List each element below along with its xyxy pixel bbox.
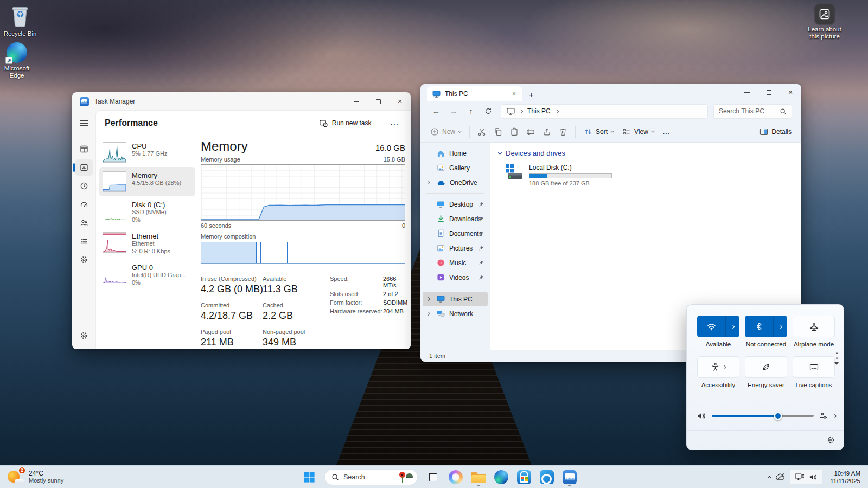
bluetooth-expand-button[interactable]	[773, 316, 787, 337]
maximize-button[interactable]	[367, 93, 389, 110]
sidebar-item-music[interactable]: ♪ Music	[423, 255, 488, 270]
network-volume-flyout-button[interactable]	[790, 470, 822, 484]
minimize-button[interactable]	[346, 93, 367, 110]
delete-button[interactable]	[555, 124, 571, 140]
live-captions-tile[interactable]	[793, 356, 835, 378]
more-options-button[interactable]: ...	[387, 117, 402, 130]
breadcrumb-chevron-icon[interactable]	[555, 109, 559, 113]
expand-chevron-icon[interactable]	[426, 297, 430, 301]
volume-thumb[interactable]	[774, 412, 782, 420]
up-button[interactable]: ↑	[463, 104, 479, 119]
refresh-button[interactable]	[480, 104, 496, 119]
taskbar-search-box[interactable]: Search	[324, 469, 418, 485]
close-button[interactable]: ×	[389, 93, 411, 110]
expand-chevron-icon[interactable]	[426, 312, 430, 316]
volume-slider[interactable]	[712, 412, 814, 420]
nav-app-history[interactable]	[75, 178, 93, 194]
hidden-icons-chevron[interactable]	[768, 476, 771, 479]
nav-services[interactable]	[75, 252, 93, 268]
minimize-button[interactable]	[736, 84, 758, 100]
new-tab-button[interactable]: +	[522, 90, 540, 101]
energy-saver-label: Energy saver	[748, 382, 784, 388]
devices-and-drives-header[interactable]: Devices and drives	[499, 149, 793, 157]
sidebar-item-network[interactable]: Network	[423, 306, 488, 321]
breadcrumb-this-pc[interactable]: This PC	[527, 107, 551, 115]
perf-item-ethernet[interactable]: Ethernet Ethernet S: 0 R: 0 Kbps	[99, 228, 195, 259]
sidebar-item-videos[interactable]: Videos	[423, 270, 488, 285]
sidebar-item-documents[interactable]: Documents	[423, 226, 488, 241]
paste-button[interactable]	[506, 124, 522, 140]
cut-button[interactable]	[474, 124, 490, 140]
energy-saver-tile[interactable]	[745, 356, 787, 378]
sidebar-item-onedrive[interactable]: OneDrive	[423, 175, 488, 190]
tab-close-icon[interactable]: ×	[510, 90, 518, 98]
toolbar-more-button[interactable]: ...	[659, 125, 674, 139]
back-button[interactable]: ←	[428, 104, 444, 119]
bluetooth-icon[interactable]	[745, 322, 773, 331]
settings-button[interactable]	[75, 328, 93, 344]
audio-output-icon[interactable]	[819, 412, 828, 420]
taskbar-app-file-explorer[interactable]	[469, 467, 488, 487]
details-pane-button[interactable]: Details	[755, 125, 796, 139]
sidebar-item-this-pc[interactable]: This PC	[423, 292, 488, 306]
share-button[interactable]	[539, 124, 555, 140]
quick-settings-pager[interactable]	[834, 352, 839, 365]
task-manager-titlebar[interactable]: Task Manager ×	[72, 92, 411, 111]
desktop-icon-recycle-bin[interactable]: ♻ Recycle Bin	[0, 4, 40, 37]
menu-button[interactable]	[75, 115, 93, 131]
learn-about-this-picture[interactable]: Learn about this picture	[805, 4, 845, 40]
pager-down-arrow-icon[interactable]	[834, 362, 839, 365]
file-explorer-icon	[471, 471, 486, 483]
wifi-expand-button[interactable]	[725, 316, 739, 337]
copy-button[interactable]	[490, 124, 506, 140]
wifi-tile[interactable]	[697, 316, 739, 337]
sidebar-item-home[interactable]: Home	[423, 146, 488, 160]
nav-startup-apps[interactable]	[75, 196, 93, 213]
expand-chevron-icon[interactable]	[426, 181, 430, 184]
sidebar-item-pictures[interactable]: Pictures	[423, 241, 488, 255]
start-button[interactable]	[299, 467, 319, 487]
tab-this-pc[interactable]: This PC ×	[427, 86, 522, 101]
taskbar-app-edge[interactable]	[492, 467, 511, 487]
taskbar-app-outlook[interactable]	[537, 467, 557, 487]
weather-widget[interactable]: 2 24°C Mostly sunny	[4, 466, 67, 488]
explorer-search-box[interactable]: Search This PC	[713, 104, 792, 119]
new-button[interactable]: New	[426, 124, 465, 139]
clock[interactable]: 10:49 AM 11/11/2025	[827, 470, 864, 485]
maximize-button[interactable]	[758, 84, 780, 100]
settings-gear-button[interactable]	[827, 436, 835, 444]
sort-button[interactable]: Sort	[579, 124, 618, 139]
nav-processes[interactable]	[75, 141, 93, 157]
run-new-task-button[interactable]: Run new task	[315, 115, 376, 131]
wifi-icon[interactable]	[697, 323, 725, 331]
forward-button[interactable]: →	[445, 104, 462, 119]
rename-button[interactable]	[522, 124, 539, 140]
close-button[interactable]: ×	[780, 84, 801, 100]
audio-output-expand-icon[interactable]	[833, 414, 837, 418]
taskbar-app-task-view[interactable]	[423, 467, 443, 487]
airplane-mode-tile[interactable]	[793, 316, 835, 337]
sidebar-item-desktop[interactable]: Desktop	[423, 197, 488, 211]
taskbar-app-task-manager[interactable]	[560, 467, 579, 487]
sidebar-item-downloads[interactable]: Downloads	[423, 211, 488, 226]
live-captions-label: Live captions	[795, 382, 832, 388]
nav-users[interactable]	[75, 215, 93, 231]
speaker-icon[interactable]	[697, 412, 706, 420]
nav-details[interactable]	[75, 233, 93, 249]
bluetooth-tile[interactable]	[745, 316, 787, 337]
explorer-tab-bar[interactable]: This PC × + ×	[420, 84, 801, 101]
taskbar-app-copilot[interactable]	[446, 467, 465, 487]
sidebar-item-gallery[interactable]: Gallery	[423, 160, 488, 175]
desktop-icon-microsoft-edge[interactable]: ↗ Microsoft Edge	[0, 42, 37, 79]
perf-item-gpu[interactable]: GPU 0 Intel(R) UHD Grap... 0%	[99, 259, 195, 291]
perf-item-cpu[interactable]: CPU 5% 1.77 GHz	[99, 138, 195, 167]
onedrive-paused-icon[interactable]	[775, 473, 786, 481]
nav-performance[interactable]	[75, 159, 93, 176]
perf-item-memory[interactable]: Memory 4.5/15.8 GB (28%)	[99, 167, 195, 196]
perf-item-disk[interactable]: Disk 0 (C:) SSD (NVMe) 0%	[99, 196, 195, 228]
taskbar-app-store[interactable]	[514, 467, 534, 487]
view-button[interactable]: View	[618, 124, 659, 139]
address-field[interactable]: This PC	[501, 104, 708, 119]
accessibility-tile[interactable]	[697, 356, 739, 378]
drive-item-local-disk-c[interactable]: Local Disk (C:) 188 GB free of 237 GB	[504, 164, 793, 187]
